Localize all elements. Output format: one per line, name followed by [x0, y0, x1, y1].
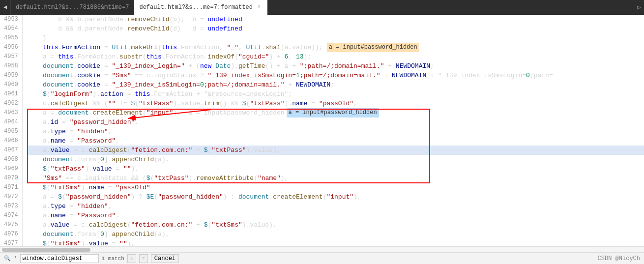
code-line-4959: document.cookie = "Sms" == c.loginStatus…	[28, 71, 644, 80]
line-number: 4976	[4, 230, 18, 239]
code-line-4966: a.name = "Password",	[28, 136, 644, 146]
code-line-4964: a.id = "password_hidden",	[28, 117, 644, 127]
line-number: 4964	[4, 117, 18, 127]
line-number: 4954	[4, 24, 18, 33]
tab-1-label: default.html?&s...781886&mtime=7	[16, 4, 129, 11]
tab-2-label: default.html?&s...me=7:formatted	[139, 4, 252, 11]
scrollbar-thumb[interactable]	[2, 248, 90, 252]
code-line-4963: a = document.createElement("input"), a =…	[28, 108, 644, 117]
tab-2-close[interactable]: ×	[256, 4, 263, 11]
code-line-4976: document.forms[0].appendChild(a),	[28, 230, 644, 239]
brand-label: CSDN @NicyCh	[598, 255, 640, 262]
line-number: 4956	[4, 43, 18, 52]
code-line-4972: a = $("password_hidden") ? $E("password_…	[28, 192, 644, 202]
line-numbers: 4953495449554956495749584959496049614962…	[0, 15, 23, 246]
line-number: 4968	[4, 155, 18, 164]
code-line-4958: document.cookie = "_139_index_login=" + …	[28, 61, 644, 71]
line-number: 4958	[4, 61, 18, 71]
code-line-4956: this.FormAction = Util.makeUrl(this.Form…	[28, 43, 644, 52]
line-number: 4960	[4, 80, 18, 89]
line-number: 4975	[4, 220, 18, 230]
code-line-4969: $("txtPass").value = ""),	[28, 164, 644, 174]
line-number: 4965	[4, 127, 18, 136]
tab-1[interactable]: default.html?&s...781886&mtime=7	[11, 0, 134, 15]
search-input[interactable]	[20, 254, 99, 263]
code-line-4954: d && d.parentNode.removeChild(d) d = und…	[28, 24, 644, 33]
code-line-4953: b && b.parentNode.removeChild(b); b = un…	[28, 15, 644, 24]
inline-comment-orange: a = input#password_hidden	[327, 43, 419, 52]
line-number: 4973	[4, 202, 18, 211]
line-number: 4959	[4, 71, 18, 80]
match-count: 1 match	[102, 256, 124, 262]
tab-bar: ◀ default.html?&s...781886&mtime=7 defau…	[0, 0, 644, 15]
line-number: 4966	[4, 136, 18, 146]
code-line-4968: document.forms[0].appendChild(a),	[28, 155, 644, 164]
line-number: 4955	[4, 33, 18, 43]
code-content[interactable]: b && b.parentNode.removeChild(b); b = un…	[23, 15, 644, 246]
editor-container: ◀ default.html?&s...781886&mtime=7 defau…	[0, 0, 644, 264]
tab-back-button[interactable]: ◀	[0, 0, 11, 15]
tab-overflow-button[interactable]: ▷	[634, 0, 644, 15]
code-area: 4953495449554956495749584959496049614962…	[0, 15, 644, 246]
code-line-4971: $("txtSms").name = "passOld"	[28, 183, 644, 192]
next-match-button[interactable]: ▼	[139, 254, 148, 263]
code-line-4955: }	[28, 33, 644, 43]
line-number: 4970	[4, 174, 18, 183]
code-line-4965: a.type = "hidden",	[28, 127, 644, 136]
line-number: 4957	[4, 52, 18, 61]
line-number: 4974	[4, 211, 18, 220]
line-number: 4953	[4, 15, 18, 24]
line-number: 4967	[4, 146, 18, 155]
code-line-4961: $("loginForm").action = this.FormAction …	[28, 89, 644, 99]
code-line-4973: a.type = "hidden",	[28, 202, 644, 211]
tab-2[interactable]: default.html?&s...me=7:formatted ×	[134, 0, 267, 15]
line-number: 4971	[4, 183, 18, 192]
line-number: 4963	[4, 108, 18, 117]
horizontal-scrollbar[interactable]	[0, 246, 644, 252]
code-line-4957: a = this.FormAction.substr(this.FormActi…	[28, 52, 644, 61]
code-line-4960: document.cookie = "_139_index_isSimLogin…	[28, 80, 644, 89]
code-line-4970: "Sms" == c.loginStatus && ($("txtPass").…	[28, 174, 644, 183]
asterisk-icon: *	[14, 256, 17, 262]
line-number: 4977	[4, 239, 18, 246]
prev-match-button[interactable]: ▲	[127, 254, 136, 263]
line-number: 4969	[4, 164, 18, 174]
code-line-4975: a.value = c.calcDigest("fetion.com.cn:" …	[28, 220, 644, 230]
inline-comment: a = input#password_hidden	[287, 108, 379, 117]
bottom-search-bar: 🔍 * 1 match ▲ ▼ Cancel CSDN @NicyCh	[0, 252, 644, 264]
line-number: 4961	[4, 89, 18, 99]
line-number: 4972	[4, 192, 18, 202]
code-line-4967: a.value = c.calcDigest("fetion.com.cn:" …	[28, 146, 644, 155]
code-line-4974: a.name = "Password",	[28, 211, 644, 220]
search-icon: 🔍	[4, 255, 11, 262]
cancel-button[interactable]: Cancel	[151, 254, 179, 263]
code-line-4962: c.calcDigest && ("" != $("txtPass").valu…	[28, 99, 644, 108]
line-number: 4962	[4, 99, 18, 108]
code-line-4977: $("txtSms").value = ""),	[28, 239, 644, 246]
